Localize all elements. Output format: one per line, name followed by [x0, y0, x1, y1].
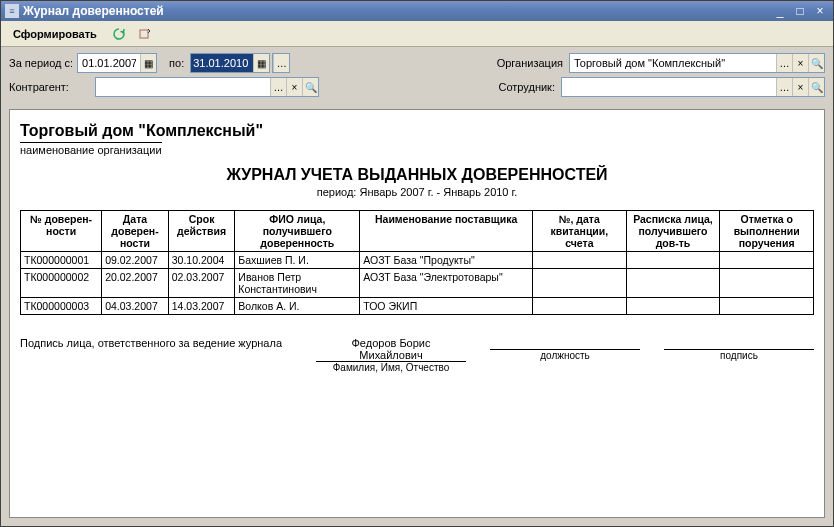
lookup-button[interactable]: …: [270, 78, 286, 96]
signature-name-caption: Фамилия, Имя, Отчество: [316, 362, 466, 373]
signature-position-caption: должность: [490, 350, 640, 361]
cell: ТК000000003: [21, 298, 102, 315]
employee-input[interactable]: [562, 78, 776, 96]
cell: Бахшиев П. И.: [235, 252, 360, 269]
cell: [720, 252, 814, 269]
date-to-input[interactable]: 31.01.2010: [191, 54, 253, 72]
org-name-caption: наименование организации: [20, 142, 162, 156]
period-from-label: За период с:: [9, 57, 73, 69]
cell: ТОО ЭКИП: [360, 298, 533, 315]
period-to-label: по:: [169, 57, 184, 69]
refresh-icon[interactable]: [109, 24, 129, 44]
organization-label: Организация: [497, 57, 563, 69]
date-from-input[interactable]: [78, 54, 140, 72]
cell: Иванов Петр Константинович: [235, 269, 360, 298]
col-header: № доверен-ности: [21, 211, 102, 252]
svg-rect-0: [140, 30, 148, 38]
cell: Волков А. И.: [235, 298, 360, 315]
organization-input[interactable]: [570, 54, 776, 72]
table-header-row: № доверен-ности Дата доверен-ности Срок …: [21, 211, 814, 252]
calendar-icon[interactable]: ▦: [253, 54, 269, 72]
date-to-field: 31.01.2010 ▦: [190, 53, 270, 73]
signature-label: Подпись лица, ответственного за ведение …: [20, 337, 316, 373]
signature-sign: [664, 337, 814, 350]
org-name: Торговый дом "Комплексный": [20, 122, 814, 140]
settings-icon[interactable]: [135, 24, 155, 44]
signature-position: [490, 337, 640, 350]
cell: [720, 269, 814, 298]
cell: [720, 298, 814, 315]
lookup-button[interactable]: …: [776, 78, 792, 96]
cell: 30.10.2004: [168, 252, 235, 269]
maximize-button[interactable]: □: [791, 3, 809, 19]
filters-panel: За период с: ▦ по: 31.01.2010 ▦ … Органи…: [1, 47, 833, 109]
employee-field: … × 🔍: [561, 77, 825, 97]
cell: [626, 269, 720, 298]
cell: АОЗТ База "Продукты": [360, 252, 533, 269]
titlebar: ≡ Журнал доверенностей _ □ ×: [1, 1, 833, 21]
report-area: Торговый дом "Комплексный" наименование …: [9, 109, 825, 518]
window-title: Журнал доверенностей: [23, 4, 769, 18]
form-button[interactable]: Сформировать: [7, 26, 103, 42]
signature-sign-caption: подпись: [664, 350, 814, 361]
table-row: ТК000000001 09.02.2007 30.10.2004 Бахшие…: [21, 252, 814, 269]
cell: [626, 252, 720, 269]
clear-button[interactable]: ×: [286, 78, 302, 96]
calendar-icon[interactable]: ▦: [140, 54, 156, 72]
cell: ТК000000002: [21, 269, 102, 298]
signature-row: Подпись лица, ответственного за ведение …: [20, 337, 814, 373]
cell: [626, 298, 720, 315]
clear-button[interactable]: ×: [792, 78, 808, 96]
signature-name: Федоров Борис Михайлович: [316, 337, 466, 362]
col-header: Срок действия: [168, 211, 235, 252]
col-header: Наименование поставщика: [360, 211, 533, 252]
period-picker-button[interactable]: …: [273, 54, 289, 72]
cell: 09.02.2007: [102, 252, 169, 269]
contractor-label: Контрагент:: [9, 81, 77, 93]
cell: [532, 252, 626, 269]
contractor-input[interactable]: [96, 78, 270, 96]
col-header: Дата доверен-ности: [102, 211, 169, 252]
toolbar: Сформировать: [1, 21, 833, 47]
search-icon[interactable]: 🔍: [808, 54, 824, 72]
search-icon[interactable]: 🔍: [302, 78, 318, 96]
table-row: ТК000000003 04.03.2007 14.03.2007 Волков…: [21, 298, 814, 315]
cell: ТК000000001: [21, 252, 102, 269]
table-row: ТК000000002 20.02.2007 02.03.2007 Иванов…: [21, 269, 814, 298]
cell: 04.03.2007: [102, 298, 169, 315]
col-header: Отметка о выполнении поручения: [720, 211, 814, 252]
clear-button[interactable]: ×: [792, 54, 808, 72]
signature-block: Федоров Борис Михайлович Фамилия, Имя, О…: [316, 337, 814, 373]
employee-label: Сотрудник:: [499, 81, 556, 93]
contractor-field: … × 🔍: [95, 77, 319, 97]
col-header: №, дата квитанции, счета: [532, 211, 626, 252]
close-button[interactable]: ×: [811, 3, 829, 19]
col-header: Расписка лица, получившего дов-ть: [626, 211, 720, 252]
cell: АОЗТ База "Электротовары": [360, 269, 533, 298]
cell: 02.03.2007: [168, 269, 235, 298]
cell: 20.02.2007: [102, 269, 169, 298]
minimize-button[interactable]: _: [771, 3, 789, 19]
search-icon[interactable]: 🔍: [808, 78, 824, 96]
date-from-field: ▦: [77, 53, 157, 73]
col-header: ФИО лица, получившего доверенность: [235, 211, 360, 252]
cell: [532, 269, 626, 298]
cell: [532, 298, 626, 315]
organization-field: … × 🔍: [569, 53, 825, 73]
lookup-button[interactable]: …: [776, 54, 792, 72]
cell: 14.03.2007: [168, 298, 235, 315]
report-title: ЖУРНАЛ УЧЕТА ВЫДАННЫХ ДОВЕРЕННОСТЕЙ: [20, 166, 814, 184]
report-table: № доверен-ности Дата доверен-ности Срок …: [20, 210, 814, 315]
report-period: период: Январь 2007 г. - Январь 2010 г.: [20, 186, 814, 198]
app-window: ≡ Журнал доверенностей _ □ × Сформироват…: [0, 0, 834, 527]
app-icon: ≡: [5, 4, 19, 18]
